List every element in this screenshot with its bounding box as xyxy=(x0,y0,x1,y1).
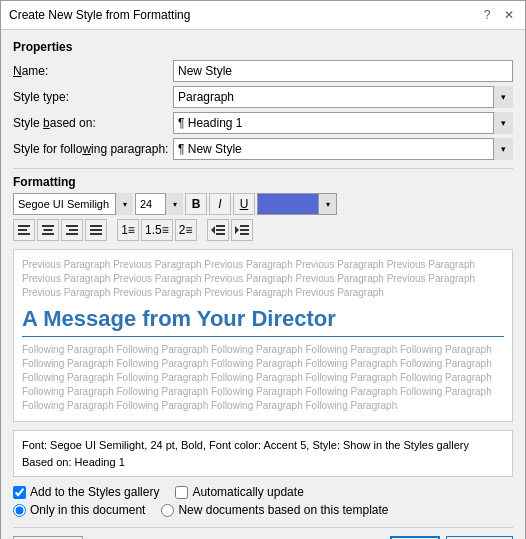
justify-button[interactable] xyxy=(85,219,107,241)
divider-1 xyxy=(13,168,513,169)
font-color-arrow-icon: ▾ xyxy=(318,194,336,214)
svg-rect-6 xyxy=(66,225,78,227)
new-docs-label: New documents based on this template xyxy=(178,503,388,517)
style-type-label: Style type: xyxy=(13,90,173,104)
increase-indent-icon xyxy=(235,225,249,235)
underline-button[interactable]: U xyxy=(233,193,255,215)
add-to-gallery-label: Add to the Styles gallery xyxy=(30,485,159,499)
justify-icon xyxy=(90,225,102,235)
only-doc-radio[interactable] xyxy=(13,504,26,517)
alignment-toolbar-row: 1≡ 1.5≡ 2≡ xyxy=(13,219,513,241)
checkbox-row: Add to the Styles gallery Automatically … xyxy=(13,485,513,499)
only-doc-label: Only in this document xyxy=(30,503,145,517)
svg-rect-13 xyxy=(216,225,225,227)
style-type-row: Style type: Paragraph Character Table Li… xyxy=(13,86,513,108)
svg-rect-17 xyxy=(240,225,249,227)
style-based-select-wrapper: ¶ Heading 1 Normal ▾ xyxy=(173,112,513,134)
svg-rect-10 xyxy=(90,229,102,231)
svg-rect-0 xyxy=(18,225,30,227)
button-row: Format ▾ OK Cancel xyxy=(13,527,513,539)
font-size-select[interactable]: 24 12 14 18 xyxy=(135,193,183,215)
name-row: Name: xyxy=(13,60,513,82)
style-based-label: Style based on: xyxy=(13,116,173,130)
line-spacing-2-button[interactable]: 2≡ xyxy=(175,219,197,241)
formatting-label: Formatting xyxy=(13,175,513,189)
svg-rect-9 xyxy=(90,225,102,227)
svg-rect-15 xyxy=(216,233,225,235)
style-following-row: Style for following paragraph: ¶ New Sty… xyxy=(13,138,513,160)
svg-marker-12 xyxy=(211,226,215,234)
preview-following-text: Following Paragraph Following Paragraph … xyxy=(22,343,504,413)
svg-rect-1 xyxy=(18,229,27,231)
align-center-button[interactable] xyxy=(37,219,59,241)
create-style-dialog: Create New Style from Formatting ? ✕ Pro… xyxy=(0,0,526,539)
style-based-select[interactable]: ¶ Heading 1 Normal xyxy=(173,112,513,134)
radio-row: Only in this document New documents base… xyxy=(13,503,513,517)
only-doc-radio-item[interactable]: Only in this document xyxy=(13,503,145,517)
style-following-select[interactable]: ¶ New Style Normal xyxy=(173,138,513,160)
new-docs-radio-item[interactable]: New documents based on this template xyxy=(161,503,388,517)
font-size-wrapper: 24 12 14 18 ▾ xyxy=(135,193,183,215)
svg-rect-19 xyxy=(240,233,249,235)
add-to-gallery-checkbox-item[interactable]: Add to the Styles gallery xyxy=(13,485,159,499)
font-color-button[interactable]: ▾ xyxy=(257,193,337,215)
formatting-section: Formatting Segoe UI Semiligh ▾ 24 12 14 … xyxy=(13,175,513,241)
align-right-button[interactable] xyxy=(61,219,83,241)
decrease-indent-button[interactable] xyxy=(207,219,229,241)
name-label: Name: xyxy=(13,64,173,78)
italic-button[interactable]: I xyxy=(209,193,231,215)
svg-rect-14 xyxy=(216,229,225,231)
properties-section: Properties Name: Style type: Paragraph C… xyxy=(13,40,513,160)
style-following-select-wrapper: ¶ New Style Normal ▾ xyxy=(173,138,513,160)
align-center-icon xyxy=(42,225,54,235)
preview-previous-text: Previous Paragraph Previous Paragraph Pr… xyxy=(22,258,504,300)
svg-rect-7 xyxy=(69,229,78,231)
auto-update-checkbox[interactable] xyxy=(175,486,188,499)
bold-button[interactable]: B xyxy=(185,193,207,215)
svg-rect-2 xyxy=(18,233,30,235)
dialog-title: Create New Style from Formatting xyxy=(9,8,190,22)
decrease-indent-icon xyxy=(211,225,225,235)
style-following-label: Style for following paragraph: xyxy=(13,142,173,156)
close-button[interactable]: ✕ xyxy=(501,7,517,23)
dialog-body: Properties Name: Style type: Paragraph C… xyxy=(1,30,525,539)
font-name-wrapper: Segoe UI Semiligh ▾ xyxy=(13,193,133,215)
preview-heading: A Message from Your Director xyxy=(22,306,504,337)
description-box: Font: Segoe UI Semilight, 24 pt, Bold, F… xyxy=(13,430,513,477)
svg-rect-8 xyxy=(66,233,78,235)
auto-update-checkbox-item[interactable]: Automatically update xyxy=(175,485,303,499)
svg-rect-11 xyxy=(90,233,102,235)
line-spacing-15-button[interactable]: 1.5≡ xyxy=(141,219,173,241)
name-input[interactable] xyxy=(173,60,513,82)
title-bar: Create New Style from Formatting ? ✕ xyxy=(1,1,525,30)
style-type-select-wrapper: Paragraph Character Table List ▾ xyxy=(173,86,513,108)
font-color-swatch xyxy=(258,194,318,214)
title-bar-controls: ? ✕ xyxy=(479,7,517,23)
add-to-gallery-checkbox[interactable] xyxy=(13,486,26,499)
properties-label: Properties xyxy=(13,40,513,54)
font-name-select[interactable]: Segoe UI Semiligh xyxy=(13,193,133,215)
style-based-row: Style based on: ¶ Heading 1 Normal ▾ xyxy=(13,112,513,134)
svg-rect-4 xyxy=(44,229,53,231)
preview-box: Previous Paragraph Previous Paragraph Pr… xyxy=(13,249,513,422)
increase-indent-button[interactable] xyxy=(231,219,253,241)
svg-rect-18 xyxy=(240,229,249,231)
description-text: Font: Segoe UI Semilight, 24 pt, Bold, F… xyxy=(22,439,469,468)
svg-rect-5 xyxy=(42,233,54,235)
align-right-icon xyxy=(66,225,78,235)
font-toolbar-row: Segoe UI Semiligh ▾ 24 12 14 18 ▾ B I U xyxy=(13,193,513,215)
align-left-icon xyxy=(18,225,30,235)
new-docs-radio[interactable] xyxy=(161,504,174,517)
style-type-select[interactable]: Paragraph Character Table List xyxy=(173,86,513,108)
svg-rect-3 xyxy=(42,225,54,227)
auto-update-label: Automatically update xyxy=(192,485,303,499)
line-spacing-1-button[interactable]: 1≡ xyxy=(117,219,139,241)
help-button[interactable]: ? xyxy=(479,7,495,23)
svg-marker-16 xyxy=(235,226,239,234)
align-left-button[interactable] xyxy=(13,219,35,241)
